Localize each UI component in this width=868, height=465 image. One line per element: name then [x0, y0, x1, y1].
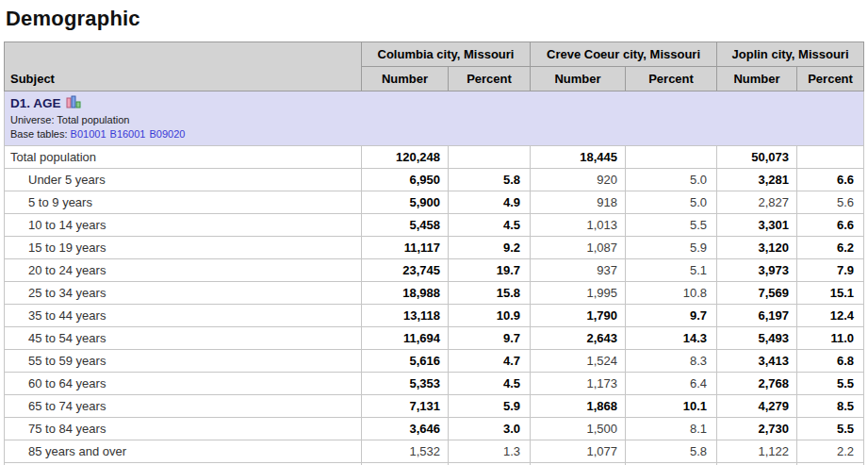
cell-number: 1,790 — [531, 305, 626, 327]
cell-percent: 8.1 — [626, 418, 717, 440]
section-title: D1. AGE — [10, 96, 61, 110]
cell-number: 50,073 — [717, 146, 797, 169]
cell-number: 5,493 — [717, 327, 797, 350]
cell-percent: 11.0 — [797, 327, 864, 350]
cell-number: 5,900 — [362, 191, 449, 214]
cell-percent: 5.0 — [626, 191, 717, 214]
table-row: 45 to 54 years11,6949.72,64314.35,49311.… — [5, 327, 864, 350]
cell-number: 18,988 — [362, 282, 449, 305]
section-universe: Universe: Total population — [10, 113, 858, 127]
cell-percent: 19.7 — [449, 259, 531, 282]
cell-percent: 5.0 — [626, 169, 717, 191]
cell-percent: 6.4 — [626, 373, 717, 395]
row-label: 10 to 14 years — [5, 214, 362, 237]
row-label: 55 to 59 years — [5, 350, 362, 373]
cell-number: 1,524 — [531, 350, 626, 373]
demographic-table: Subject Columbia city, Missouri Creve Co… — [4, 42, 864, 465]
cell-number: 5,353 — [362, 373, 449, 395]
subheader-joplin-percent: Percent — [797, 67, 864, 91]
bar-chart-icon[interactable] — [66, 95, 82, 111]
cell-percent: 5.5 — [626, 214, 717, 237]
cell-percent — [797, 146, 864, 169]
cell-percent: 6.2 — [797, 237, 864, 259]
cell-number: 3,413 — [717, 350, 797, 373]
cell-number: 11,117 — [362, 237, 449, 259]
cell-number: 4,279 — [717, 395, 797, 418]
base-tables-label: Base tables: — [10, 128, 68, 140]
cell-number: 937 — [531, 259, 626, 282]
cell-number: 2,768 — [717, 373, 797, 395]
table-row: 20 to 24 years23,74519.79375.13,9737.9 — [5, 259, 864, 282]
cell-percent — [449, 146, 531, 169]
column-header-columbia-city: Columbia city, Missouri — [362, 42, 531, 67]
cell-number: 11,694 — [362, 327, 449, 350]
base-table-link[interactable]: B01001 — [71, 128, 106, 140]
cell-percent: 4.9 — [449, 191, 531, 214]
cell-number: 7,131 — [362, 395, 449, 418]
cell-number: 3,646 — [362, 418, 449, 440]
cell-percent: 2.2 — [797, 440, 864, 463]
row-label: Under 5 years — [5, 169, 362, 191]
cell-percent: 8.5 — [797, 395, 864, 418]
cell-percent: 5.9 — [449, 395, 531, 418]
row-label: 75 to 84 years — [5, 418, 362, 440]
table-row: Total population120,24818,44550,073 — [5, 146, 864, 169]
cell-number: 3,301 — [717, 214, 797, 237]
cell-number: 1,532 — [362, 440, 449, 463]
cell-percent: 6.6 — [797, 214, 864, 237]
section-row-d1-age: D1. AGE Universe: Total population Base … — [5, 91, 864, 146]
table-row: 65 to 74 years7,1315.91,86810.14,2798.5 — [5, 395, 864, 418]
cell-percent: 15.1 — [797, 282, 864, 305]
cell-percent: 5.6 — [797, 191, 864, 214]
table-row: 25 to 34 years18,98815.81,99510.87,56915… — [5, 282, 864, 305]
cell-percent: 7.9 — [797, 259, 864, 282]
base-table-link[interactable]: B16001 — [110, 128, 146, 140]
row-label: 45 to 54 years — [5, 327, 362, 350]
row-label: 20 to 24 years — [5, 259, 362, 282]
table-row: Under 5 years6,9505.89205.03,2816.6 — [5, 169, 864, 191]
cell-percent: 5.9 — [626, 237, 717, 259]
cell-number: 2,643 — [531, 327, 626, 350]
row-label: 65 to 74 years — [5, 395, 362, 418]
cell-number: 918 — [531, 191, 626, 214]
cell-number: 13,118 — [362, 305, 449, 327]
cell-number: 6,197 — [717, 305, 797, 327]
table-row: 60 to 64 years5,3534.51,1736.42,7685.5 — [5, 373, 864, 395]
cell-percent: 9.7 — [449, 327, 531, 350]
base-table-link[interactable]: B09020 — [149, 128, 185, 140]
cell-number: 1,995 — [531, 282, 626, 305]
cell-percent: 9.2 — [449, 237, 531, 259]
cell-number: 1,013 — [531, 214, 626, 237]
cell-percent: 5.8 — [626, 440, 717, 463]
subheader-joplin-number: Number — [717, 67, 797, 91]
subheader-columbia-number: Number — [362, 67, 449, 91]
cell-percent: 4.7 — [449, 350, 531, 373]
cell-percent: 10.9 — [449, 305, 531, 327]
cell-percent: 6.8 — [797, 350, 864, 373]
cell-number: 1,173 — [531, 373, 626, 395]
column-header-creve-coeur-city: Creve Coeur city, Missouri — [531, 42, 717, 67]
cell-number: 1,122 — [717, 440, 797, 463]
row-label: 5 to 9 years — [5, 191, 362, 214]
cell-percent: 14.3 — [626, 327, 717, 350]
subheader-creve-coeur-number: Number — [531, 67, 626, 91]
table-row: 75 to 84 years3,6463.01,5008.12,7305.5 — [5, 418, 864, 440]
cell-number: 3,973 — [717, 259, 797, 282]
row-label: 60 to 64 years — [5, 373, 362, 395]
subheader-columbia-percent: Percent — [449, 67, 531, 91]
cell-percent: 10.8 — [626, 282, 717, 305]
cell-number: 2,730 — [717, 418, 797, 440]
cell-number: 1,868 — [531, 395, 626, 418]
cell-percent: 8.3 — [626, 350, 717, 373]
cell-number: 5,616 — [362, 350, 449, 373]
column-header-subject: Subject — [5, 42, 362, 91]
cell-number: 3,281 — [717, 169, 797, 191]
cell-number: 5,458 — [362, 214, 449, 237]
subheader-creve-coeur-percent: Percent — [626, 67, 717, 91]
cell-percent: 6.6 — [797, 169, 864, 191]
page-title: Demographic — [6, 7, 868, 31]
cell-percent: 5.1 — [626, 259, 717, 282]
cell-percent: 3.0 — [449, 418, 531, 440]
cell-percent: 5.8 — [449, 169, 531, 191]
row-label: 35 to 44 years — [5, 305, 362, 327]
